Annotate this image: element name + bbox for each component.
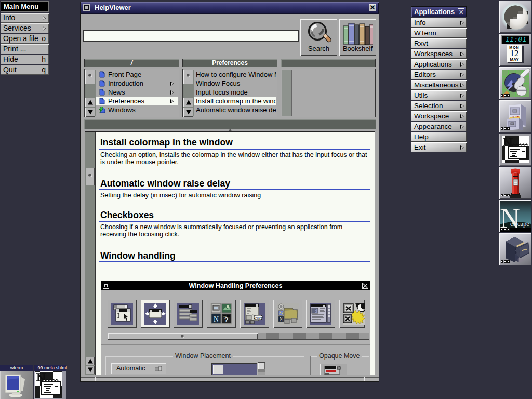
- svg-text:?: ?: [224, 316, 228, 324]
- svg-text:etscape: etscape: [510, 220, 529, 228]
- svg-text:N: N: [280, 317, 283, 322]
- svg-text:N: N: [214, 315, 219, 323]
- svg-text:rxvt: rxvt: [255, 316, 262, 320]
